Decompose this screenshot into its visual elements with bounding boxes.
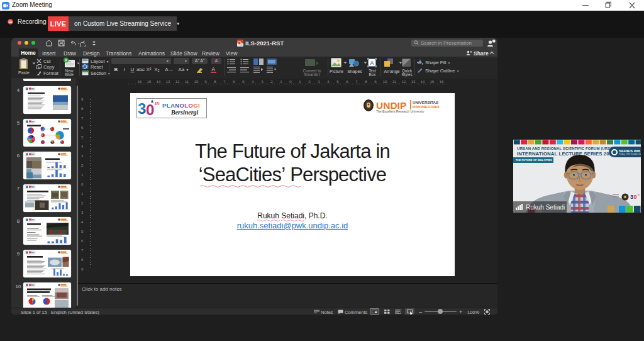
svg-text:PLANOLOGI: PLANOLOGI [162,102,200,109]
svg-text:The Excellent Research Univers: The Excellent Research University [376,109,425,113]
svg-text:th: th [155,101,160,106]
svg-text:Bersinergi: Bersinergi [170,109,199,116]
svg-text:th: th [638,193,640,196]
svg-text:0: 0 [634,194,637,200]
svg-text:3: 3 [138,100,146,117]
svg-text:A: A [370,60,374,66]
svg-text:UNIVERSITAS: UNIVERSITAS [413,100,438,104]
svg-text:3: 3 [630,194,633,200]
svg-text:DIPONEGORO: DIPONEGORO [413,104,440,109]
svg-text:0: 0 [146,101,154,118]
